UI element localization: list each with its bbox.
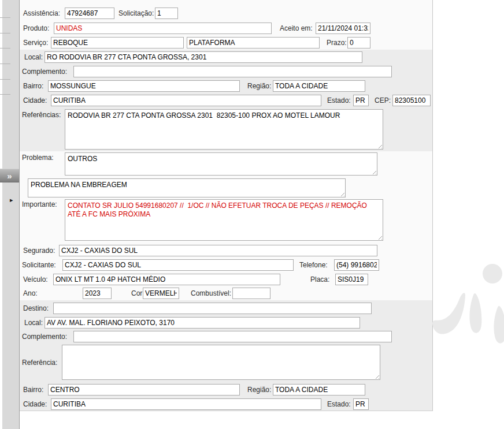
cidade-input[interactable] [51,95,321,106]
solicitacao-input[interactable] [155,8,178,19]
regiao-label: Região: [247,82,271,90]
servico-tipo-input[interactable] [187,37,320,49]
complemento-input[interactable] [73,66,392,77]
sidebar-row-divider [0,33,10,33]
ano-input[interactable] [83,288,112,299]
destino-label: Destino: [23,304,49,312]
dest-referencia-label: Referência: [22,359,57,367]
dest-cidade-label: Cidade: [23,400,47,408]
chevron-right-icon: » [7,171,12,181]
telefone-input[interactable] [334,259,379,271]
solicitacao-label: Solicitação: [118,9,154,17]
dest-complemento-input[interactable] [73,331,392,342]
dest-local-label: Local: [24,319,43,327]
servico-label: Serviço: [23,39,48,47]
produto-input[interactable] [54,23,272,34]
splitter-arrow-icon[interactable]: ▸ [10,197,13,203]
veiculo-input[interactable] [53,274,280,285]
cor-input[interactable] [143,288,179,299]
combustivel-input[interactable] [232,288,270,299]
dest-local-input[interactable] [45,317,360,329]
dest-regiao-label: Região: [247,386,271,394]
importante-textarea-wrap: CONTATO SR JULIO 54991680207 // 1/OC // … [65,199,383,241]
dest-referencia-textarea[interactable] [62,345,380,380]
sidebar-row-divider [0,64,10,64]
assistencia-label: Assistência: [23,9,60,17]
dest-complemento-label: Complemento: [22,333,67,341]
dest-estado-label: Estado: [327,400,351,408]
aceito-em-input[interactable] [316,23,370,34]
regiao-input[interactable] [273,80,365,92]
produto-label: Produto: [23,24,49,32]
dest-bairro-input[interactable] [48,384,240,396]
aceito-em-label: Aceito em: [280,24,313,32]
prazo-label: Prazo: [327,39,347,47]
sidebar-edge-strip [0,0,2,429]
importante-label: Importante: [22,200,57,208]
referencias-textarea-wrap: RODOVIA BR 277 CTA PONTA GROSSA 2301 823… [65,109,383,150]
ano-label: Ano: [23,289,38,297]
left-splitter-bar [0,0,20,429]
servico-input[interactable] [51,37,184,49]
sidebar-row-divider [0,94,10,95]
dest-referencia-textarea-wrap [62,345,380,380]
sidebar-row-divider [0,79,10,80]
bairro-label: Bairro: [23,82,43,90]
problema-label: Problema: [22,154,54,162]
solicitante-input[interactable] [62,259,294,271]
placa-input[interactable] [335,274,368,285]
dest-bairro-label: Bairro: [23,386,43,394]
dest-estado-input[interactable] [353,398,369,410]
dest-regiao-input[interactable] [273,384,365,396]
complemento-label: Complemento: [22,68,67,76]
telefone-label: Telefone: [299,261,328,269]
importante-textarea[interactable]: CONTATO SR JULIO 54991680207 // 1/OC // … [65,199,383,241]
estado-label: Estado: [327,96,351,105]
assistencia-input[interactable] [65,8,114,19]
cep-label: CEP: [375,96,391,105]
sidebar-row-divider [0,17,10,18]
expand-panel-button[interactable]: » [0,169,19,182]
estado-input[interactable] [353,95,369,106]
segurado-input[interactable] [59,245,377,256]
combustivel-label: Combustível: [191,289,231,297]
bairro-input[interactable] [48,80,240,92]
problema-textarea-wrap: OUTROS [65,152,377,176]
sidebar-row-divider [0,48,10,49]
background-logo-watermark [428,254,504,381]
local-input[interactable] [45,51,362,63]
referencias-label: Referências: [22,111,61,119]
cep-input[interactable] [392,95,431,106]
dest-cidade-input[interactable] [51,398,321,410]
problema-desc-textarea[interactable]: PROBLEMA NA EMBREAGEM [28,178,346,197]
referencias-textarea[interactable]: RODOVIA BR 277 CTA PONTA GROSSA 2301 823… [65,109,383,150]
segurado-label: Segurado: [23,247,55,255]
placa-label: Placa: [310,275,329,283]
veiculo-label: Veículo: [23,275,48,283]
solicitante-label: Solicitante: [22,261,56,269]
prazo-input[interactable] [347,37,370,49]
destino-input[interactable] [53,303,372,314]
local-label: Local: [24,53,43,61]
problema-desc-textarea-wrap: PROBLEMA NA EMBREAGEM [28,178,346,197]
problema-textarea[interactable]: OUTROS [65,152,377,176]
cidade-label: Cidade: [23,96,47,105]
